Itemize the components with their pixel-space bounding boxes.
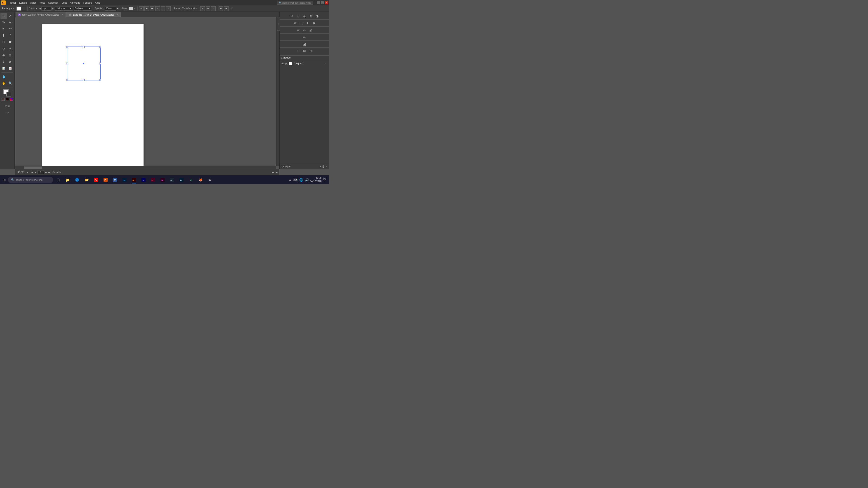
nav-last[interactable]: ▶|	[48, 171, 51, 173]
panel-icon-1[interactable]: ⊞	[289, 13, 294, 19]
handle-top-right[interactable]	[99, 46, 101, 48]
align-bottom[interactable]: ⊥	[166, 6, 170, 11]
notification-icon[interactable]: 🗨	[322, 177, 327, 182]
menu-effet[interactable]: Effet	[60, 1, 68, 4]
calques-options-btn[interactable]: ≡	[326, 165, 327, 168]
eyedropper-tool[interactable]: 💧	[0, 73, 7, 80]
calques-delete-btn[interactable]: 🗑	[322, 165, 325, 168]
direct-selection-tool[interactable]: ↗	[7, 13, 13, 19]
panel-icon-17[interactable]: ⊡	[308, 48, 313, 54]
align-left[interactable]: ⊣	[139, 6, 144, 11]
tab-close-robot[interactable]: ✕	[61, 13, 63, 16]
align-top[interactable]: ⊤	[155, 6, 160, 11]
nav-prev[interactable]: ◀	[34, 171, 37, 173]
taskbar-file-explorer[interactable]: 📁	[63, 176, 72, 184]
align-center-h[interactable]: ⊢	[145, 6, 149, 11]
transform-btn3[interactable]: ↔	[211, 6, 216, 11]
curvature-tool[interactable]: 〜	[7, 26, 13, 32]
close-button[interactable]: ✕	[325, 1, 328, 4]
style-dropdown-arrow[interactable]: ▼	[134, 7, 136, 10]
nav-first[interactable]: |◀	[30, 171, 34, 173]
taskbar-task-view[interactable]: ❑	[54, 176, 63, 184]
calque-item-1[interactable]: 👁 ▶ Calque 1 ○	[280, 61, 329, 66]
tab-close-sans-titre[interactable]: ✕	[116, 13, 118, 16]
handle-bottom-center[interactable]	[83, 79, 85, 81]
handle-bottom-right[interactable]	[99, 79, 101, 81]
calques-new-btn[interactable]: +	[320, 165, 321, 168]
opacity-input[interactable]	[105, 6, 116, 11]
arrange-btn[interactable]: ☰	[224, 6, 228, 11]
hand-tool[interactable]: ✋	[0, 80, 7, 86]
stroke-swatch[interactable]	[22, 6, 26, 11]
selected-rectangle[interactable]	[67, 46, 101, 80]
panel-icon-4[interactable]: ≡	[308, 13, 313, 19]
transform-btn1[interactable]: ⊕	[200, 6, 205, 11]
taskbar-lightroom[interactable]: Lr	[177, 176, 186, 184]
base-dropdown[interactable]: De base ▼	[74, 6, 92, 11]
mesh-tool[interactable]: ⊞	[7, 52, 13, 58]
tab-robot[interactable]: A robot 2.aic @ 70,92% (CMJN/Aperçu) ✕	[16, 12, 66, 17]
column-chart-tool[interactable]: 📈	[7, 65, 13, 71]
taskbar-search-box[interactable]: 🔍 Taper ici pour rechercher	[8, 177, 53, 183]
artboard-input[interactable]	[37, 170, 44, 174]
menu-texte[interactable]: Texte	[38, 1, 46, 4]
menu-objet[interactable]: Objet	[29, 1, 37, 4]
none-icon2[interactable]	[6, 98, 9, 101]
right-panel-collapse[interactable]: ‹	[277, 17, 280, 31]
handle-bottom-left[interactable]	[66, 79, 68, 81]
chart-tool[interactable]: 📊	[0, 65, 7, 71]
menu-fichier[interactable]: Fichier	[7, 1, 18, 4]
panel-icon-16[interactable]: ⊞	[302, 48, 307, 54]
menu-affichage[interactable]: Affichage	[68, 1, 82, 4]
contour-decrease[interactable]: ◀	[39, 7, 41, 10]
panel-icon-15[interactable]: ⊟	[296, 48, 301, 54]
style-swatch[interactable]	[129, 7, 133, 10]
warp-tool[interactable]: ≋	[7, 19, 13, 26]
taskbar-photoshop[interactable]: Ps	[120, 176, 129, 184]
taskbar-illustrator[interactable]: Ai	[129, 176, 138, 184]
taskbar-files[interactable]: 📂	[82, 176, 91, 184]
zoom-dropdown[interactable]: ▼	[26, 171, 29, 173]
eraser-tool[interactable]: ◇	[0, 45, 7, 52]
calque-expand-icon[interactable]: ▶	[285, 62, 287, 65]
scissors-tool[interactable]: ✂	[7, 45, 13, 52]
handle-middle-right[interactable]	[99, 63, 101, 64]
taskbar-acrobat[interactable]: Ac	[92, 176, 101, 184]
network-icon[interactable]: 🌐	[299, 177, 304, 182]
align-center-v[interactable]: ⊥	[161, 6, 165, 11]
menu-edition[interactable]: Edition	[18, 1, 28, 4]
nav-next[interactable]: ▶	[44, 171, 47, 173]
help-search[interactable]: 🔍 Rechercher dans l'aide Adob	[277, 1, 313, 5]
taskbar-settings[interactable]: ⚙	[206, 176, 215, 184]
align-right[interactable]: ⊢	[150, 6, 154, 11]
menu-fenetre[interactable]: Fenêtre	[82, 1, 93, 4]
blob-brush-tool[interactable]: ⬟	[7, 39, 13, 45]
menu-aide[interactable]: Aide	[94, 1, 101, 4]
panel-icon-10[interactable]: ≣	[296, 27, 301, 33]
windows-start-button[interactable]: ⊞	[1, 176, 7, 184]
contour-increase[interactable]: ▶	[52, 7, 54, 10]
taskbar-edge[interactable]: e	[72, 176, 82, 184]
menu-selection[interactable]: Sélection	[47, 1, 60, 4]
taskbar-indesign[interactable]: Id	[149, 176, 158, 184]
blend-tool[interactable]: ⊗	[7, 59, 13, 65]
panel-icon-2[interactable]: ⊟	[296, 13, 301, 19]
transform-btn2[interactable]: ⊗	[206, 6, 210, 11]
minimize-button[interactable]: _	[317, 1, 320, 4]
panel-icon-6[interactable]: ⊠	[292, 20, 298, 26]
panel-icon-7[interactable]: ☰	[299, 20, 304, 26]
artboard-tool[interactable]: ◱ ◲	[2, 103, 13, 109]
canvas-area[interactable]	[15, 17, 279, 169]
text-tool[interactable]: T	[0, 32, 7, 39]
opacity-increase[interactable]: ▶	[117, 7, 119, 10]
panel-icon-12[interactable]: ◎	[308, 27, 313, 33]
tab-sans-titre[interactable]: A Sans titre - 1* @ 145,02% (CMJN/Aperçu…	[66, 12, 121, 17]
background-color[interactable]	[6, 92, 11, 96]
handle-top-center[interactable]	[83, 46, 85, 48]
panel-icon-8[interactable]: ✦	[305, 20, 310, 26]
zoom-tool[interactable]: 🔍	[7, 80, 13, 86]
rotate-tool[interactable]: ↻	[0, 19, 7, 26]
taskbar-bridge[interactable]: Br	[167, 176, 177, 184]
keyboard-icon[interactable]: ⌨	[292, 177, 298, 182]
panel-icon-3[interactable]: ⊕	[302, 13, 307, 19]
